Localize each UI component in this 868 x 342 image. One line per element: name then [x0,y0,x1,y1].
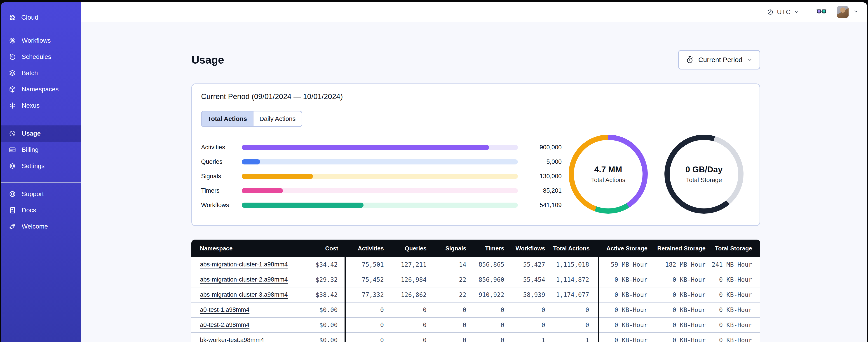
billing-icon [8,146,16,153]
cell-value: $0.00 [313,317,345,333]
table-row: bk-worker-test.a98mm4$0.000000110 KB-Hou… [191,333,760,342]
cell-value: 126,984 [384,272,427,287]
cell-value: 75,452 [345,272,384,287]
namespace-link[interactable]: a0-test-2.a98mm4 [200,321,249,328]
namespace-link[interactable]: a0-test-1.a98mm4 [200,306,249,313]
donut-total-storage: 0 GB/DayTotal Storage [664,135,744,214]
sidebar-item-schedules[interactable]: Schedules [1,49,81,65]
sidebar-brand: Cloud [1,2,81,29]
cell-value: 0 [384,302,427,317]
glasses-icon[interactable] [816,8,827,16]
user-avatar[interactable] [837,6,848,18]
cell-value: 126,862 [384,287,427,302]
donut-value: 4.7 MM [594,165,622,174]
cell-value: 0 KB-Hour [706,333,760,342]
donut-total-actions: 4.7 MMTotal Actions [569,135,648,214]
workflows-icon [8,37,16,44]
table-row: a0-test-1.a98mm4$0.000000000 KB-Hour0 KB… [191,302,760,317]
sidebar-divider [1,122,81,122]
cell-namespace: abs-migration-cluster-3.a98mm4 [191,287,313,302]
bar-label: Workflows [201,202,242,209]
cell-value: 0 [345,317,384,333]
cell-value: 0 KB-Hour [648,333,706,342]
sidebar-item-workflows[interactable]: Workflows [1,33,81,49]
cell-value: 0 KB-Hour [648,272,706,287]
bar-fill [242,203,364,208]
cell-value: $34.42 [313,257,345,272]
summary-donuts: 4.7 MMTotal Actions0 GB/DayTotal Storage [562,135,750,214]
cell-value: $0.00 [313,333,345,342]
nav-account: UsageBillingSettings [1,122,81,177]
cell-value: 0 [466,302,504,317]
cell-value: 856,960 [466,272,504,287]
actions-tabs: Total Actions Daily Actions [201,111,302,127]
cell-value: 0 [384,317,427,333]
bar-fill [242,174,313,179]
timezone-label: UTC [777,8,791,16]
bar-row: Timers85,201 [201,183,562,198]
cell-value: 0 [427,302,466,317]
period-selector-button[interactable]: Current Period [678,50,760,69]
app-window: Cloud WorkflowsSchedulesBatchNamespacesN… [1,2,867,342]
cell-value: $29.32 [313,272,345,287]
bar-row: Workflows541,109 [201,198,562,212]
cell-value: 22 [427,287,466,302]
column-header-timers: Timers [466,240,504,257]
sidebar-item-namespaces[interactable]: Namespaces [1,81,81,98]
tab-daily-actions[interactable]: Daily Actions [253,111,301,126]
cell-value: 0 [384,333,427,342]
table-row: abs-migration-cluster-2.a98mm4$29.3275,4… [191,272,760,287]
sidebar-item-welcome[interactable]: Welcome [1,218,81,235]
cell-value: 55,427 [504,257,545,272]
batch-icon [8,69,16,77]
temporal-logo-icon [8,13,17,22]
user-menu-caret-icon[interactable] [853,9,859,15]
cell-value: 0 [504,317,545,333]
cell-value: 0 [466,333,504,342]
bar-value: 5,000 [526,158,562,165]
cell-value: 0 [545,302,598,317]
sidebar-item-billing[interactable]: Billing [1,142,81,158]
bar-row: Queries5,000 [201,155,562,169]
sidebar-item-label: Workflows [22,37,51,44]
table-row: abs-migration-cluster-1.a98mm4$34.4275,5… [191,257,760,272]
tab-total-actions[interactable]: Total Actions [202,111,253,126]
sidebar-item-label: Nexus [22,102,39,109]
column-header-activities: Activities [345,240,384,257]
page-title: Usage [191,54,224,66]
cell-value: 0 [504,302,545,317]
sidebar-item-docs[interactable]: Docs [1,202,81,218]
cell-value: 0 KB-Hour [598,317,648,333]
sidebar-item-label: Billing [22,146,39,153]
bar-track [242,174,518,179]
cell-value: 1,174,077 [545,287,598,302]
sidebar-item-usage[interactable]: Usage [1,126,81,142]
sidebar-item-settings[interactable]: Settings [1,158,81,174]
sidebar-item-support[interactable]: Support [1,186,81,202]
cell-value: 0 [427,333,466,342]
cell-value: 0 KB-Hour [598,287,648,302]
cell-value: 59 MB-Hour [598,257,648,272]
table-header-row: NamespaceCostActivitiesQueriesSignalsTim… [191,240,760,257]
namespace-link[interactable]: abs-migration-cluster-1.a98mm4 [200,261,288,268]
column-header-queries: Queries [384,240,427,257]
bar-value: 900,000 [526,144,562,151]
column-header-retained-storage: Retained Storage [648,240,706,257]
donut-value: 0 GB/Day [685,165,723,174]
sidebar-item-batch[interactable]: Batch [1,65,81,81]
welcome-icon [8,223,16,230]
timezone-selector[interactable]: UTC [767,8,799,16]
usage-card-title: Current Period (09/01/2024 — 10/01/2024) [201,92,750,101]
sidebar: Cloud WorkflowsSchedulesBatchNamespacesN… [1,2,81,342]
namespace-link[interactable]: bk-worker-test.a98mm4 [200,337,264,342]
bar-track [242,188,518,193]
namespace-link[interactable]: abs-migration-cluster-2.a98mm4 [200,276,288,283]
namespace-link[interactable]: abs-migration-cluster-3.a98mm4 [200,291,288,298]
cell-value: 0 [345,333,384,342]
sidebar-item-nexus[interactable]: Nexus [1,98,81,114]
sidebar-item-label: Welcome [22,223,48,230]
cell-value: 22 [427,272,466,287]
support-icon [8,190,16,198]
cell-value: 0 KB-Hour [648,287,706,302]
column-header-active-storage: Active Storage [598,240,648,257]
